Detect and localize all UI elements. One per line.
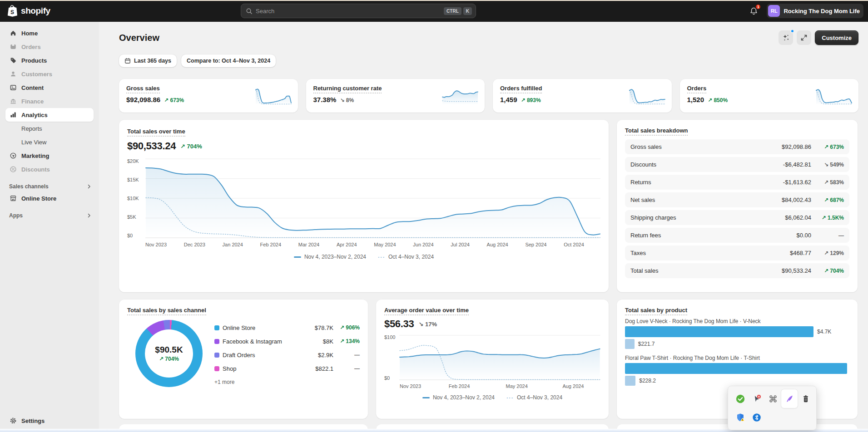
change-badge: ↗ 850% [708, 97, 728, 103]
discounts-icon [9, 166, 17, 173]
trash-tray-icon[interactable] [798, 389, 814, 408]
channel-legend-row-facebook-instagram[interactable]: Facebook & Instagram$8K↗ 134% [214, 335, 360, 347]
breakdown-value: $92,098.86 [782, 143, 811, 150]
knot-tray-icon[interactable] [765, 389, 781, 408]
legend-compare: ···Oct 4–Nov 3, 2024 [506, 394, 562, 401]
sidebar-item-label: Reports [21, 125, 42, 132]
compare-to-button[interactable]: Compare to: Oct 4–Nov 3, 2024 [181, 54, 276, 67]
sidebar-item-analytics[interactable]: Analytics [5, 108, 94, 122]
x-tick: Oct 2024 [564, 242, 584, 247]
feather-tray-icon[interactable] [781, 389, 798, 408]
sparkline-chart [255, 86, 292, 105]
aov-title[interactable]: Average order value over time [384, 307, 469, 315]
notifications-button[interactable]: 1 [747, 4, 760, 18]
sidebar-item-finance[interactable]: Finance [5, 94, 94, 108]
breakdown-title[interactable]: Total sales breakdown [625, 127, 688, 136]
sales-channels-header[interactable]: Sales channels [9, 183, 92, 190]
cursor-error-tray-icon[interactable] [749, 389, 765, 408]
breakdown-row-gross-sales[interactable]: Gross sales$92,098.86↗ 673% [625, 139, 849, 154]
sidebar-item-orders[interactable]: Orders [5, 40, 94, 54]
channel-legend-row-online-store[interactable]: Online Store$78.7K↗ 906% [214, 322, 360, 334]
k-key-badge: K [463, 7, 472, 15]
store-menu[interactable]: RL Rocking The Dog Mom Life [767, 4, 863, 18]
breakdown-row-returns[interactable]: Returns-$1,613.62↗ 583% [625, 175, 849, 190]
breakdown-value: -$1,613.62 [783, 179, 811, 186]
breakdown-label: Discounts [630, 161, 656, 168]
compare-to-label: Compare to: Oct 4–Nov 3, 2024 [187, 58, 270, 64]
metric-title[interactable]: Gross sales [126, 85, 160, 93]
breakdown-label: Taxes [630, 250, 646, 256]
y-tick: $0 [384, 375, 397, 381]
sidebar-item-reports[interactable]: Reports [5, 122, 94, 135]
channel-swatch [214, 366, 219, 371]
channel-title[interactable]: Total sales by sales channel [127, 307, 206, 315]
customize-button[interactable]: Customize [815, 30, 858, 45]
change-badge: ↗ 673% [815, 144, 844, 150]
metric-title[interactable]: Returning customer rate [313, 85, 382, 93]
metric-title[interactable]: Orders [687, 85, 707, 93]
main-content: Overview Customize [99, 22, 868, 432]
apps-header[interactable]: Apps [9, 212, 92, 219]
legend-dots-swatch: ··· [506, 397, 514, 398]
sidebar-item-products[interactable]: Products [5, 54, 94, 67]
chevron-right-icon [86, 184, 92, 189]
total-sales-title[interactable]: Total sales over time [127, 128, 185, 137]
metric-value: 1,520 [687, 96, 704, 103]
products-title[interactable]: Total sales by product [625, 307, 687, 315]
breakdown-row-discounts[interactable]: Discounts-$6,482.81↘ 549% [625, 157, 849, 172]
change-badge: ↗ 129% [815, 250, 844, 256]
channel-legend-row-shop[interactable]: Shop$822.1— [214, 363, 360, 374]
sparkle-insights-button[interactable] [779, 30, 793, 45]
breakdown-row-net-sales[interactable]: Net sales$84,002.43↗ 687% [625, 192, 849, 207]
product-compare-bar[interactable] [625, 376, 635, 386]
sidebar-item-settings[interactable]: Settings [5, 414, 94, 427]
sidebar-item-customers[interactable]: Customers [5, 67, 94, 81]
breakdown-row-return-fees[interactable]: Return fees$0.00— [625, 228, 849, 243]
metric-card-gross-sales: Gross sales$92,098.86↗ 673% [119, 79, 298, 113]
product-compare-value: $228.2 [639, 378, 656, 384]
sidebar-item-live-view[interactable]: Live View [5, 135, 94, 149]
metric-title[interactable]: Orders fulfilled [500, 85, 542, 93]
change-badge: ↗ 687% [815, 197, 844, 203]
sidebar-item-content[interactable]: Content [5, 81, 94, 94]
product-group: Dog Love V-Neck · Rocking The Dog Mom Li… [625, 318, 849, 349]
product-current-bar[interactable] [625, 363, 847, 374]
product-current-value: $4.7K [817, 329, 831, 335]
breakdown-row-shipping-charges[interactable]: Shipping charges$6,062.04↗ 1.5K% [625, 210, 849, 225]
settings-label: Settings [21, 417, 45, 424]
total-sales-breakdown-card: Total sales breakdown Gross sales$92,098… [617, 120, 858, 292]
more-channels-link[interactable]: +1 more [214, 379, 360, 385]
sales-channels-label: Sales channels [9, 183, 49, 190]
total-sales-line-chart [145, 158, 600, 238]
x-tick: Nov 2023 [145, 242, 167, 247]
product-compare-bar[interactable] [625, 339, 635, 349]
change-badge: ↗ 906% [333, 324, 360, 331]
breakdown-row-total-sales[interactable]: Total sales$90,533.24↗ 704% [625, 263, 849, 278]
sidebar-item-discounts[interactable]: Discounts [5, 162, 94, 176]
sidebar-item-home[interactable]: Home [5, 26, 94, 40]
expand-button[interactable] [797, 30, 811, 45]
channel-legend-row-draft-orders[interactable]: Draft Orders$2.9K— [214, 349, 360, 361]
security-shield-tray-icon[interactable] [732, 408, 749, 427]
sidebar-item-online-store[interactable]: Online Store [5, 191, 94, 205]
shopify-logo[interactable]: S shopify [6, 5, 50, 17]
bluetooth-tray-icon[interactable] [749, 408, 765, 427]
check-success-tray-icon[interactable] [732, 389, 749, 408]
sidebar-item-label: Marketing [21, 152, 49, 159]
sparkle-icon [782, 34, 790, 42]
shopify-bag-icon: S [6, 5, 18, 17]
date-range-button[interactable]: Last 365 days [119, 54, 177, 67]
x-tick: Mar 2024 [298, 242, 319, 247]
search-input[interactable]: CTRL K [241, 4, 476, 18]
notification-dot [790, 29, 794, 33]
product-current-bar[interactable] [625, 326, 813, 337]
orders-icon [9, 43, 17, 50]
donut-center-value: $90.5K [155, 345, 183, 355]
breakdown-row-taxes[interactable]: Taxes$468.77↗ 129% [625, 245, 849, 260]
search-field[interactable] [256, 8, 442, 15]
sidebar-item-marketing[interactable]: Marketing [5, 149, 94, 162]
legend-line-swatch [422, 397, 430, 398]
gear-icon [9, 417, 17, 424]
customers-icon [9, 70, 17, 78]
total-sales-value: $90,533.24 [127, 140, 176, 152]
